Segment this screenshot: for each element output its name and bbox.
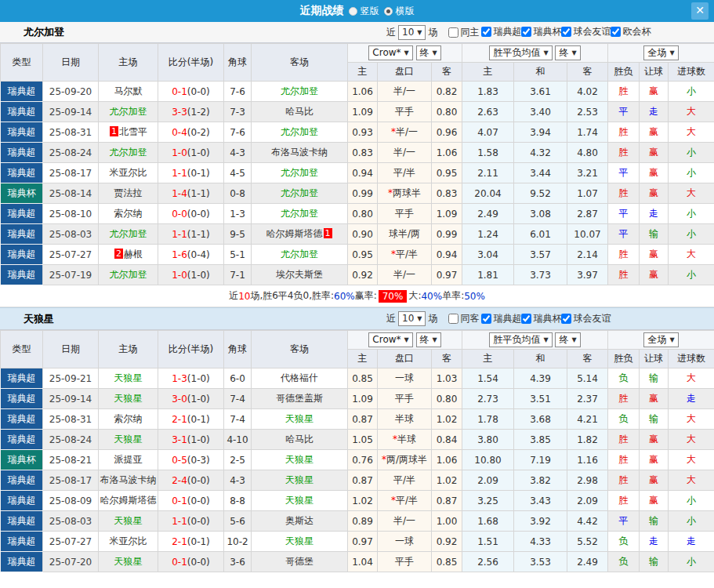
- layout-radio-vertical[interactable]: 竖版: [349, 5, 379, 18]
- ah-away-odds-cell: 0.83: [432, 183, 462, 204]
- league-filter[interactable]: 瑞典杯: [521, 312, 561, 325]
- corner-cell: 7-3: [224, 102, 252, 122]
- eu-home-odds-cell: 3.04: [462, 245, 514, 265]
- league-checkbox[interactable]: [481, 314, 491, 324]
- league-label: 球会友谊: [573, 312, 611, 325]
- corner-cell: 10-2: [224, 532, 252, 552]
- eu-home-odds-cell: 1.24: [462, 224, 514, 245]
- score-cell: 0-4(0-2): [158, 122, 224, 143]
- col-result-wdl: 胜负: [608, 63, 640, 82]
- result-handicap-cell: 赢: [640, 245, 669, 265]
- league-filter[interactable]: 瑞典超: [481, 25, 521, 38]
- league-checkbox[interactable]: [611, 27, 621, 37]
- away-team-cell: 布洛马波卡纳: [252, 143, 348, 163]
- ah-away-odds-cell: 1.02: [432, 470, 462, 491]
- league-checkbox[interactable]: [521, 314, 531, 324]
- match-type-cell: 瑞典超: [1, 532, 43, 552]
- radio-unselected-icon[interactable]: [349, 7, 357, 16]
- final-odds-dropdown-a[interactable]: 终: [416, 45, 441, 60]
- league-filter[interactable]: 球会友谊: [561, 25, 611, 38]
- recent-count-dropdown[interactable]: 10: [398, 25, 426, 40]
- same-venue-filter[interactable]: 同客: [448, 312, 479, 325]
- match-date-cell: 25-08-31: [43, 409, 99, 430]
- match-date-cell: 25-07-27: [43, 245, 99, 265]
- match-date-cell: 25-07-19: [43, 265, 99, 285]
- league-filter[interactable]: 瑞典杯: [521, 25, 561, 38]
- match-type-cell: 瑞典超: [1, 102, 43, 122]
- full-time-score: 0-1: [172, 86, 187, 97]
- league-filter[interactable]: 球会友谊: [561, 312, 611, 325]
- title-bar: 近期战绩 竖版 横版: [0, 0, 714, 22]
- result-wdl-cell: 负: [608, 409, 640, 430]
- eu-home-odds-cell: 10.80: [462, 450, 514, 470]
- col-eu-away: 客: [567, 63, 608, 82]
- result-wdl-cell: 胜: [608, 245, 640, 265]
- eu-home-odds-cell: 3.80: [462, 430, 514, 450]
- close-icon[interactable]: [691, 2, 709, 20]
- wdl-average-dropdown[interactable]: 胜平负均值: [489, 332, 552, 347]
- scope-dropdown[interactable]: 全场: [643, 45, 678, 60]
- team-label: 天狼星: [114, 372, 143, 383]
- full-time-score: 2-4: [172, 475, 187, 486]
- match-type-cell: 瑞典杯: [1, 450, 43, 470]
- corner-cell: 8-8: [224, 491, 252, 511]
- eu-away-odds-cell: 2.37: [567, 389, 608, 409]
- ah-line-cell: 球半/两: [378, 224, 432, 245]
- team-label: 哈尔姆斯塔德: [100, 495, 157, 506]
- eu-away-odds-cell: 3.97: [567, 265, 608, 285]
- league-filter[interactable]: 瑞典超: [481, 312, 521, 325]
- result-wdl-cell: 胜: [608, 491, 640, 511]
- final-odds-dropdown-b[interactable]: 终: [555, 45, 580, 60]
- eu-draw-odds-cell: 3.51: [514, 389, 567, 409]
- scope-dropdown[interactable]: 全场: [643, 332, 678, 347]
- league-filter[interactable]: 欧会杯: [611, 25, 651, 38]
- full-time-score: 1-1: [172, 168, 187, 179]
- away-team-cell: 埃尔夫斯堡: [252, 265, 348, 285]
- match-row: 瑞典超25-09-21天狼星1-3(1-0)6-0代格福什0.85一球1.031…: [1, 368, 714, 389]
- league-checkbox[interactable]: [481, 27, 491, 37]
- wdl-average-dropdown[interactable]: 胜平负均值: [489, 45, 552, 60]
- same-venue-filter[interactable]: 同主: [448, 26, 479, 39]
- away-team-cell: 奥斯达: [252, 511, 348, 532]
- result-goals-cell: 大: [669, 245, 714, 265]
- match-date-cell: 25-08-31: [43, 122, 99, 143]
- home-team-cell: 布洛马波卡纳: [99, 470, 158, 491]
- ah-home-odds-cell: 1.06: [348, 82, 378, 102]
- final-odds-dropdown-b[interactable]: 终: [555, 332, 580, 347]
- live-line-star: *: [391, 495, 396, 506]
- summary-text: 10: [238, 291, 250, 302]
- col-result-goals: 进球数: [669, 63, 714, 82]
- league-checkbox[interactable]: [521, 27, 531, 37]
- bookmaker-dropdown[interactable]: Crow*: [368, 332, 412, 347]
- team-label: 尤尔加登: [281, 187, 318, 198]
- result-handicap-cell: 输: [640, 224, 669, 245]
- radio-selected-icon[interactable]: [384, 7, 393, 16]
- final-odds-dropdown-a[interactable]: 终: [416, 332, 441, 347]
- match-date-cell: 25-09-14: [43, 102, 99, 122]
- result-handicap-cell: 输: [640, 552, 669, 572]
- filter-controls: 近 10 场 同主 瑞典超瑞典杯球会友谊欧会杯: [386, 25, 651, 40]
- half-time-score: (0-1): [187, 168, 210, 179]
- eu-away-odds-cell: 4.21: [567, 409, 608, 430]
- match-date-cell: 25-07-27: [43, 532, 99, 552]
- ah-away-odds-cell: 0.87: [432, 491, 462, 511]
- col-score: 比分(半场): [158, 331, 224, 368]
- score-cell: 1-1(1-1): [158, 224, 224, 245]
- full-time-score: 1-1: [172, 229, 187, 240]
- away-team-cell: 哈马比: [252, 430, 348, 450]
- corner-cell: 5-1: [224, 245, 252, 265]
- league-checkbox[interactable]: [561, 27, 571, 37]
- corner-cell: 4-3: [224, 470, 252, 491]
- corner-cell: 9-5: [224, 224, 252, 245]
- same-venue-checkbox[interactable]: [448, 27, 458, 38]
- team-name: 天狼星: [24, 312, 54, 326]
- eu-home-odds-cell: 4.07: [462, 122, 514, 143]
- league-checkbox[interactable]: [561, 314, 571, 324]
- half-time-score: (0-2): [187, 127, 210, 138]
- recent-count-dropdown[interactable]: 10: [398, 311, 426, 326]
- summary-text: 50%: [464, 291, 485, 302]
- bookmaker-dropdown[interactable]: Crow*: [368, 45, 412, 60]
- same-venue-checkbox[interactable]: [448, 314, 458, 324]
- layout-radio-horizontal[interactable]: 横版: [384, 5, 415, 18]
- result-goals-cell: 小: [669, 224, 714, 245]
